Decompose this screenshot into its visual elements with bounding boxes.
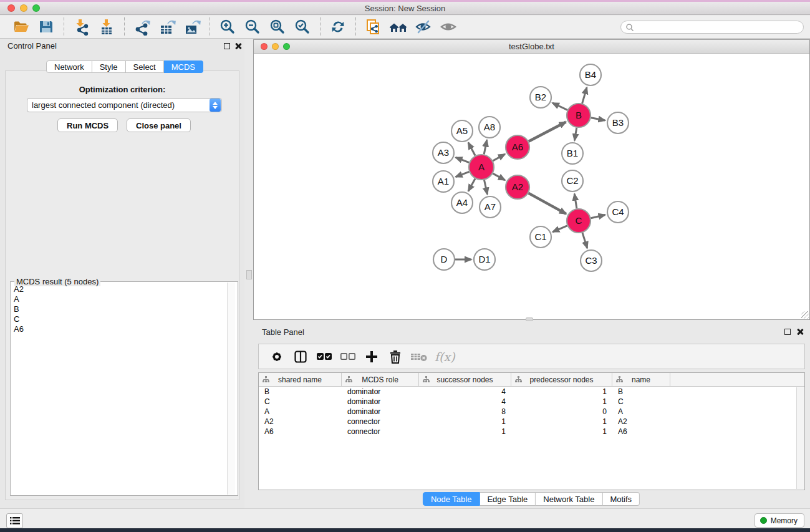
table-cell[interactable]: A2 [612, 417, 670, 427]
graph-edge-A-A1[interactable] [456, 172, 470, 177]
tab-select[interactable]: Select [126, 60, 164, 73]
graph-edge-B-B3[interactable] [591, 118, 605, 120]
zoom-selected-icon[interactable] [293, 17, 312, 36]
import-table-icon[interactable] [97, 17, 116, 36]
export-table-icon[interactable] [158, 17, 176, 36]
zoom-fit-icon[interactable] [268, 17, 287, 36]
optimization-criterion-dropdown[interactable]: largest connected component (directed) [27, 98, 222, 112]
save-session-icon[interactable] [37, 17, 55, 36]
table-cell[interactable]: connector [342, 417, 419, 427]
column-header[interactable]: MCDS role [342, 373, 419, 386]
delete-table-icon[interactable] [410, 348, 428, 365]
table-cell[interactable]: A [612, 407, 670, 417]
graph-edge-A-A4[interactable] [468, 178, 475, 191]
graph-edge-A-A6[interactable] [493, 154, 504, 161]
table-float-icon[interactable] [784, 329, 791, 335]
column-header[interactable]: predecessor nodes [511, 373, 612, 386]
split-columns-icon[interactable] [291, 348, 310, 365]
refresh-view-icon[interactable] [329, 17, 347, 36]
table-cell[interactable]: A6 [612, 427, 670, 437]
table-row[interactable]: Cdominator41C [259, 397, 804, 407]
split-divider-handle[interactable] [246, 270, 252, 279]
zoom-out-icon[interactable] [243, 17, 262, 36]
table-cell[interactable]: dominator [342, 407, 419, 417]
search-input[interactable] [620, 21, 804, 34]
graph-edge-A2-C[interactable] [529, 193, 566, 214]
mcds-result-scrollbar[interactable] [227, 283, 235, 495]
export-image-icon[interactable] [183, 17, 201, 36]
graph-edge-C-C4[interactable] [591, 215, 605, 218]
table-cell[interactable]: 4 [419, 387, 511, 397]
mcds-result-item[interactable]: A2 [11, 284, 228, 294]
table-cell[interactable]: dominator [342, 387, 419, 397]
tab-motifs[interactable]: Motifs [602, 492, 640, 506]
table-cell[interactable]: A2 [259, 417, 342, 427]
table-cell[interactable]: B [612, 387, 670, 397]
horizontal-divider-handle[interactable] [526, 317, 533, 321]
table-cell[interactable]: C [612, 397, 670, 407]
tab-style[interactable]: Style [92, 60, 126, 73]
memory-button[interactable]: Memory [755, 513, 804, 528]
graph-edge-B-B1[interactable] [574, 128, 576, 141]
tab-mcds[interactable]: MCDS [164, 60, 203, 73]
delete-column-icon[interactable] [386, 348, 405, 365]
column-header[interactable]: shared name [259, 373, 342, 386]
import-network-icon[interactable] [72, 17, 91, 36]
table-cell[interactable]: 1 [419, 427, 511, 437]
task-history-button[interactable] [6, 513, 23, 528]
open-session-icon[interactable] [12, 17, 31, 36]
graph-edge-C-C1[interactable] [552, 226, 567, 232]
table-close-icon[interactable] [796, 328, 804, 336]
close-panel-icon[interactable] [234, 42, 242, 50]
hide-eye-icon[interactable] [414, 17, 433, 36]
table-cell[interactable]: A [259, 407, 342, 417]
table-cell[interactable]: 1 [511, 427, 612, 437]
network-graph-canvas[interactable]: AA2A6BCA1A3A4A5A7A8B1B2B3B4C1C2C3C4DD1 [254, 54, 809, 320]
graph-edge-C-C3[interactable] [582, 233, 587, 248]
graph-edge-A6-B[interactable] [529, 122, 566, 142]
add-column-icon[interactable] [362, 348, 381, 365]
function-builder-icon[interactable]: f(x) [435, 350, 455, 364]
run-mcds-button[interactable]: Run MCDS [57, 118, 118, 132]
column-header[interactable]: successor nodes [419, 373, 511, 386]
table-cell[interactable]: 1 [511, 387, 612, 397]
mcds-result-item[interactable]: A [11, 294, 228, 304]
mcds-result-item[interactable]: C [11, 314, 228, 324]
table-row[interactable]: A6connector11A6 [259, 427, 804, 437]
graph-edge-C-C2[interactable] [574, 194, 577, 208]
home-layout-icon[interactable] [389, 17, 408, 36]
zoom-in-icon[interactable] [218, 17, 237, 36]
table-cell[interactable]: 1 [511, 397, 612, 407]
table-scrollbar[interactable] [796, 387, 804, 489]
select-all-icon[interactable] [315, 348, 334, 365]
tab-node-table[interactable]: Node Table [423, 492, 480, 506]
table-cell[interactable]: dominator [342, 397, 419, 407]
duplicate-network-icon[interactable] [364, 17, 383, 36]
tab-network-table[interactable]: Network Table [536, 492, 602, 506]
deselect-all-icon[interactable] [339, 348, 357, 365]
mcds-result-item[interactable]: B [11, 304, 228, 314]
graph-edge-A-A7[interactable] [484, 180, 487, 195]
graph-edge-A-A5[interactable] [468, 143, 475, 156]
table-row[interactable]: Bdominator41B [259, 387, 804, 397]
show-eye-icon[interactable] [439, 17, 458, 36]
float-panel-icon[interactable] [224, 43, 230, 49]
table-cell[interactable]: A6 [259, 427, 342, 437]
column-header[interactable]: name [612, 373, 670, 386]
table-row[interactable]: A2connector11A2 [259, 417, 804, 427]
table-cell[interactable]: 1 [511, 417, 612, 427]
graph-edge-B-B4[interactable] [582, 87, 587, 104]
table-cell[interactable]: 4 [419, 397, 511, 407]
close-panel-button[interactable]: Close panel [127, 118, 191, 132]
table-cell[interactable]: 0 [511, 407, 612, 417]
tab-edge-table[interactable]: Edge Table [480, 492, 536, 506]
table-row[interactable]: Adominator80A [259, 407, 804, 417]
window-resize-grip[interactable] [801, 311, 809, 319]
table-cell[interactable]: 8 [419, 407, 511, 417]
table-cell[interactable]: C [259, 397, 342, 407]
table-cell[interactable]: connector [342, 427, 419, 437]
export-network-icon[interactable] [133, 17, 152, 36]
gear-icon[interactable] [268, 348, 286, 365]
mcds-result-item[interactable]: A6 [11, 324, 228, 334]
table-cell[interactable]: 1 [419, 417, 511, 427]
